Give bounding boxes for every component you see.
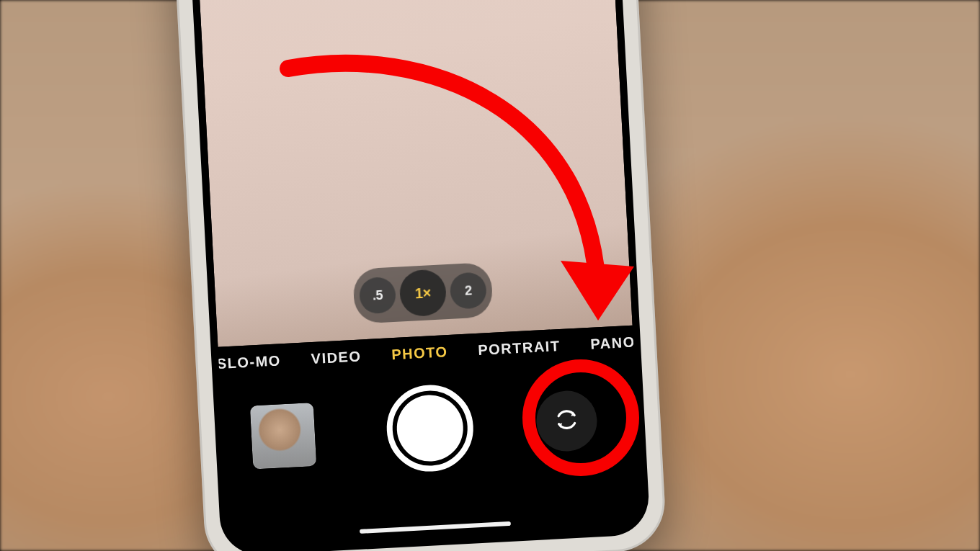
shutter-button[interactable] <box>385 383 476 474</box>
zoom-label: .5 <box>372 287 383 303</box>
phone-frame: .5 1× 2 SLO-MO VIDEO PHOTO PORTRAIT PA <box>185 0 651 551</box>
flip-camera-icon <box>550 403 583 439</box>
camera-mode-photo[interactable]: PHOTO <box>391 344 448 363</box>
last-photo-thumbnail[interactable] <box>250 403 316 469</box>
zoom-level-2x[interactable]: 2 <box>450 272 488 310</box>
camera-lower-row <box>220 367 641 504</box>
camera-mode-video[interactable]: VIDEO <box>311 348 362 367</box>
shutter-button-inner <box>395 393 465 463</box>
phone-body: .5 1× 2 SLO-MO VIDEO PHOTO PORTRAIT PA <box>169 0 667 551</box>
camera-mode-pano[interactable]: PANO <box>590 334 636 353</box>
camera-viewfinder: .5 1× 2 <box>193 0 633 347</box>
zoom-label: 2 <box>465 283 473 298</box>
phone-screen: .5 1× 2 SLO-MO VIDEO PHOTO PORTRAIT PA <box>193 0 643 549</box>
zoom-label: 1× <box>414 285 431 302</box>
camera-mode-portrait[interactable]: PORTRAIT <box>478 338 561 359</box>
zoom-level-1x[interactable]: 1× <box>398 269 447 317</box>
camera-controls: SLO-MO VIDEO PHOTO PORTRAIT PANO <box>218 326 643 550</box>
zoom-level-0-5x[interactable]: .5 <box>359 277 397 315</box>
camera-mode-slomo[interactable]: SLO-MO <box>216 352 281 372</box>
zoom-level-group: .5 1× 2 <box>352 262 494 324</box>
home-indicator[interactable] <box>360 521 511 534</box>
flip-camera-button[interactable] <box>535 389 598 452</box>
